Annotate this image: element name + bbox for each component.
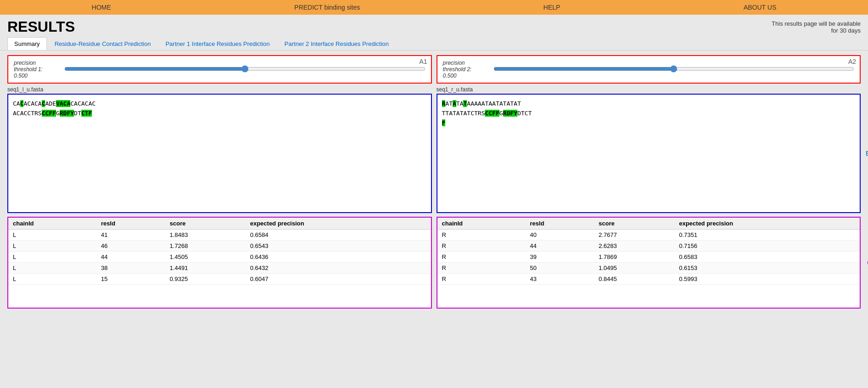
- nav-help[interactable]: HELP: [530, 4, 574, 11]
- seq-char: A: [31, 100, 34, 107]
- table-row: R 39 1.7869 0.6583: [437, 252, 860, 263]
- seq-char: A: [467, 100, 471, 107]
- table-row: L 46 1.7268 0.6543: [8, 241, 431, 252]
- table-row: R 40 2.7677 0.7351: [437, 230, 860, 241]
- cell-score: 1.4505: [165, 252, 245, 263]
- main-content: precision threshold 1: 0.500 A1 seq1_l_u…: [0, 51, 868, 313]
- cell-score: 2.7677: [594, 230, 675, 241]
- cell-chainid: L: [8, 263, 96, 274]
- cell-resid: 41: [96, 230, 165, 241]
- seq-char: Y: [70, 110, 74, 117]
- seq-char: A: [13, 110, 17, 117]
- seq-char: F: [88, 110, 92, 117]
- seq-char: A: [38, 100, 42, 107]
- seq-char: C: [27, 110, 31, 117]
- seq-char: R: [34, 110, 38, 117]
- box-label-a2: A2: [848, 58, 856, 65]
- table-row: L 44 1.4505 0.6436: [8, 252, 431, 263]
- seq-char: C: [70, 100, 74, 107]
- seq-char: D: [74, 110, 78, 117]
- cell-precision: 0.5993: [675, 274, 860, 285]
- right-column: precision threshold 2: 0.500 A2 seq1_r_u…: [437, 55, 861, 309]
- cell-chainid: L: [8, 241, 96, 252]
- col-header-resid-c1: resId: [96, 218, 165, 230]
- slider-a2[interactable]: [494, 65, 855, 74]
- cell-score: 1.4491: [165, 263, 245, 274]
- cell-resid: 15: [96, 274, 165, 285]
- cell-chainid: R: [437, 274, 526, 285]
- page-header: RESULTS This results page will be availa…: [0, 15, 868, 37]
- tab-partner2[interactable]: Partner 2 Interface Residues Prediction: [278, 37, 396, 50]
- seq-char: T: [496, 100, 499, 107]
- col-header-chainid-c2: chainId: [437, 218, 526, 230]
- cell-chainid: R: [437, 252, 526, 263]
- cell-precision: 0.6047: [245, 274, 431, 285]
- data-table-c1: chainId resId score expected precision L…: [8, 218, 431, 285]
- cell-precision: 0.7156: [675, 241, 860, 252]
- seq-char: A: [456, 110, 460, 117]
- seq-char: A: [492, 100, 496, 107]
- table-row: R 50 1.0495 0.6153: [437, 263, 860, 274]
- tab-summary[interactable]: Summary: [7, 37, 47, 50]
- nav-predict[interactable]: PREDICT binding sites: [281, 4, 374, 11]
- cell-resid: 38: [96, 263, 165, 274]
- cell-resid: 50: [525, 263, 594, 274]
- filename-b2: seq1_r_u.fasta: [437, 86, 861, 93]
- cell-chainid: R: [437, 230, 526, 241]
- tab-partner1[interactable]: Partner 1 Interface Residues Prediction: [159, 37, 277, 50]
- tab-residue-contact[interactable]: Residue-Residue Contact Prediction: [48, 37, 158, 50]
- seq-char: A: [474, 100, 478, 107]
- seq-char: C: [17, 110, 20, 117]
- cell-resid: 44: [525, 241, 594, 252]
- box-label-a1: A1: [419, 58, 427, 65]
- seq-char: C: [488, 110, 492, 117]
- seq-char: C: [92, 100, 96, 107]
- seq-char: T: [521, 110, 525, 117]
- seq-wrapper-b2: RATATATAAAAATAATATATATTTATATATCTRSCCFFGR…: [437, 94, 861, 213]
- cell-resid: 39: [525, 252, 594, 263]
- table-row: R 43 0.8445 0.5993: [437, 274, 860, 285]
- seq-char: R: [478, 110, 482, 117]
- threshold2-slider[interactable]: [494, 65, 855, 73]
- precision-label-a1: precision threshold 1: 0.500: [14, 60, 60, 79]
- seq-char: A: [471, 100, 474, 107]
- seq-char: A: [449, 110, 453, 117]
- seq-char: Y: [514, 110, 517, 117]
- seq-char: G: [56, 110, 60, 117]
- seq-char: A: [453, 100, 456, 107]
- seq-char: A: [478, 100, 482, 107]
- cell-score: 1.7268: [165, 241, 245, 252]
- seq-char: A: [488, 100, 492, 107]
- col-header-precision-c2: expected precision: [675, 218, 860, 230]
- tab-bar: Summary Residue-Residue Contact Predicti…: [0, 37, 868, 51]
- cell-resid: 46: [96, 241, 165, 252]
- nav-home[interactable]: HOME: [78, 4, 125, 11]
- seq-char: T: [31, 110, 34, 117]
- navigation: HOME PREDICT binding sites HELP ABOUT US: [0, 0, 868, 15]
- cell-resid: 43: [525, 274, 594, 285]
- cell-chainid: L: [8, 274, 96, 285]
- seq-char: A: [514, 100, 517, 107]
- cell-score: 0.9325: [165, 274, 245, 285]
- threshold1-slider[interactable]: [64, 65, 425, 73]
- seq-char: F: [510, 110, 514, 117]
- cell-score: 1.7869: [594, 252, 675, 263]
- cell-chainid: L: [8, 252, 96, 263]
- seq-char: F: [49, 110, 52, 117]
- slider-a1[interactable]: [64, 65, 425, 74]
- cell-resid: 44: [96, 252, 165, 263]
- seq-char: T: [78, 110, 81, 117]
- cell-score: 1.8483: [165, 230, 245, 241]
- seq-char: A: [445, 100, 449, 107]
- sequence-box-b1: CACACACACADEVACACACACACACACCTRSCCFFGRDFY…: [7, 94, 432, 213]
- cell-resid: 40: [525, 230, 594, 241]
- col-header-score-c2: score: [594, 218, 675, 230]
- seq-char: R: [60, 110, 63, 117]
- cell-score: 1.0495: [594, 263, 675, 274]
- seq-char: C: [78, 100, 81, 107]
- seq-char: T: [456, 100, 460, 107]
- cell-chainid: R: [437, 241, 526, 252]
- data-table-c2: chainId resId score expected precision R…: [437, 218, 860, 285]
- nav-about[interactable]: ABOUT US: [730, 4, 790, 11]
- page-title: RESULTS: [7, 18, 75, 35]
